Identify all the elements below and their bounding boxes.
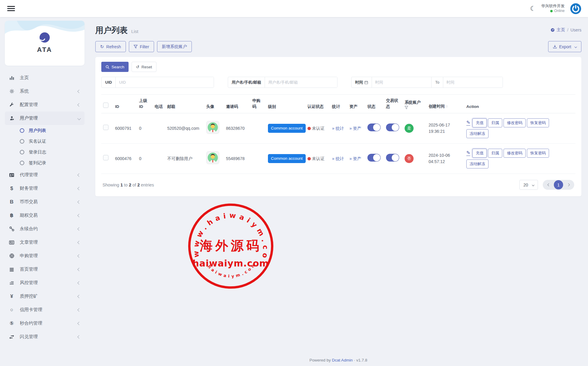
chevron-left-icon <box>77 187 81 190</box>
col-subscribe-code: 申购码 <box>251 95 266 113</box>
sidebar-item-user-list[interactable]: 用户列表 <box>5 125 85 136</box>
cell-subscribe-code <box>251 113 266 144</box>
top-navbar: ☾ 华兴软件开发 Online <box>0 0 588 17</box>
breadcrumb-home[interactable]: 主页 <box>557 27 565 33</box>
row-checkbox[interactable] <box>103 125 108 130</box>
stats-link[interactable]: » 统计 <box>332 156 344 161</box>
edit-icon[interactable]: ✎ <box>466 150 470 156</box>
refresh-button[interactable]: ↻Refresh <box>95 41 126 52</box>
col-email: 邮箱 <box>165 95 204 113</box>
filter-button[interactable]: Filter <box>129 41 154 52</box>
recover-password-button[interactable]: 恢复密码 <box>527 118 549 127</box>
sidebar-item-login-log[interactable]: 登录日志 <box>5 147 85 157</box>
select-all-checkbox[interactable] <box>103 103 108 108</box>
trade-status-toggle[interactable] <box>386 123 399 131</box>
funnel-icon[interactable] <box>405 106 408 109</box>
export-button[interactable]: Export <box>548 41 581 52</box>
sidebar-item-real-name-auth[interactable]: 实名认证 <box>5 136 85 147</box>
sidebar-item-risk-control[interactable]: 风控管理 <box>5 276 85 290</box>
belong-button[interactable]: 归属 <box>488 149 502 158</box>
edit-icon[interactable]: ✎ <box>466 120 470 126</box>
user-menu[interactable]: 华兴软件开发 Online <box>541 4 565 13</box>
chevron-left-icon <box>77 254 81 257</box>
reset-button[interactable]: ↺Reset <box>132 62 157 72</box>
sort-asc-icon: ↑ <box>446 104 448 109</box>
sidebar-item-user-management[interactable]: 用户管理 <box>5 112 85 125</box>
sidebar-item-finance[interactable]: $ 财务管理 <box>5 182 85 195</box>
level-badge: Common account <box>268 154 306 163</box>
system-account-badge: 否 <box>405 154 414 163</box>
sidebar-item-articles[interactable]: 文章管理 <box>5 236 85 249</box>
per-page-select[interactable]: 20 <box>519 180 538 190</box>
stats-link[interactable]: » 统计 <box>332 126 344 131</box>
time-to-input[interactable] <box>443 77 503 88</box>
table-row: 6000476 0 不可删除用户 55489678 Common account… <box>101 144 575 174</box>
avatar[interactable] <box>206 130 219 135</box>
cell-invite-code: 55489678 <box>224 144 251 174</box>
belong-button[interactable]: 归属 <box>488 118 502 127</box>
recharge-button[interactable]: 充值 <box>472 118 487 127</box>
sidebar-item-config[interactable]: 配置管理 <box>5 98 85 112</box>
cell-email: 520520@qq.com <box>165 113 204 144</box>
yen-icon: ¥ <box>8 294 15 299</box>
cell-id: 6000476 <box>113 144 137 174</box>
status-dot <box>307 127 311 130</box>
sidebar-item-spot-trade[interactable]: B 币币交易 <box>5 195 85 209</box>
freeze-unfreeze-button[interactable]: 冻结解冻 <box>466 129 489 138</box>
col-avatar: 头像 <box>204 95 224 113</box>
sidebar-item-homepage[interactable]: 首页管理 <box>5 263 85 276</box>
sidebar-item-signin-record[interactable]: 签到记录 <box>5 157 85 168</box>
assets-link[interactable]: » 资产 <box>349 126 361 131</box>
entries-summary: Showing 1 to 2 of 2 entries <box>102 183 154 187</box>
status-dot <box>307 157 311 160</box>
time-from-input[interactable] <box>372 77 431 88</box>
bitcoin-icon: ฿ <box>8 213 15 218</box>
cell-auth-status: 未认证 <box>306 113 330 144</box>
user-avatar[interactable] <box>570 3 581 14</box>
status-toggle[interactable] <box>367 154 381 162</box>
sidebar-item-system[interactable]: 系统 <box>5 85 85 98</box>
change-password-button[interactable]: 修改密码 <box>503 118 526 127</box>
sidebar-item-staking[interactable]: ¥ 质押挖矿 <box>5 290 85 303</box>
next-page-button[interactable] <box>564 181 572 189</box>
sidebar-item-flash-exchange[interactable]: 闪兑管理 <box>5 330 85 344</box>
sidebar-item-home[interactable]: 主页 <box>5 71 85 85</box>
refresh-icon: ↻ <box>100 44 104 49</box>
chevron-left-icon <box>77 241 81 244</box>
cell-created-at: 2024-10-0604:57:12 <box>427 144 465 174</box>
uid-input[interactable] <box>116 77 214 88</box>
add-system-account-button[interactable]: 新增系统账户 <box>157 41 192 52</box>
sidebar-toggle-icon[interactable] <box>7 5 15 12</box>
sidebar-item-second-contract[interactable]: ⑤ 秒合约管理 <box>5 317 85 330</box>
change-password-button[interactable]: 修改密码 <box>503 149 526 158</box>
letter-b-icon: B <box>8 199 15 204</box>
page-number-button[interactable]: 1 <box>554 180 563 189</box>
chevron-down-icon <box>575 45 577 48</box>
sidebar-item-perpetual[interactable]: 永续合约 <box>5 222 85 236</box>
trade-status-toggle[interactable] <box>386 154 399 162</box>
status-toggle[interactable] <box>367 123 381 131</box>
account-input[interactable] <box>265 77 337 88</box>
avatar[interactable] <box>206 160 219 165</box>
sidebar-item-options-trade[interactable]: ฿ 期权交易 <box>5 209 85 222</box>
prev-page-button[interactable] <box>545 181 553 189</box>
cell-parent-id: 0 <box>137 113 153 144</box>
assets-link[interactable]: » 资产 <box>349 156 361 161</box>
dcat-admin-link[interactable]: Dcat Admin <box>332 358 353 362</box>
search-button[interactable]: Search <box>101 62 129 72</box>
dark-mode-icon[interactable]: ☾ <box>530 5 536 12</box>
recover-password-button[interactable]: 恢复密码 <box>527 149 549 158</box>
circle-icon <box>20 128 24 133</box>
chevron-left-icon <box>77 308 81 311</box>
chevron-left-icon <box>77 90 81 93</box>
sidebar-item-credit-card[interactable]: ○ 信用卡管理 <box>5 303 85 317</box>
time-label: 时间 <box>352 77 372 88</box>
recharge-button[interactable]: 充值 <box>472 149 487 158</box>
col-stats: 统计 <box>330 95 348 113</box>
sidebar-item-subscription[interactable]: 申购管理 <box>5 249 85 263</box>
sidebar-item-agent[interactable]: 代理管理 <box>5 168 85 182</box>
row-checkbox[interactable] <box>103 155 108 160</box>
freeze-unfreeze-button[interactable]: 冻结解冻 <box>466 159 489 168</box>
online-dot <box>550 10 553 12</box>
col-created-at[interactable]: 创建时间↑ <box>427 95 465 113</box>
